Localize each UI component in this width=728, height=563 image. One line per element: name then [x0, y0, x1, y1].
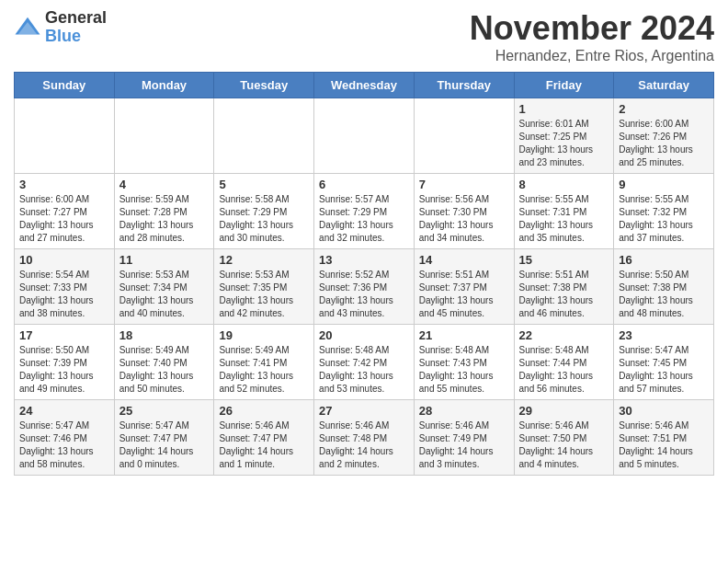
month-title: November 2024: [470, 9, 714, 48]
calendar-cell: 29Sunrise: 5:46 AMSunset: 7:50 PMDayligh…: [514, 400, 614, 476]
calendar-cell: [15, 98, 115, 174]
calendar-week-3: 10Sunrise: 5:54 AMSunset: 7:33 PMDayligh…: [15, 249, 714, 325]
calendar-cell: 9Sunrise: 5:55 AMSunset: 7:32 PMDaylight…: [614, 174, 714, 249]
day-number: 14: [419, 253, 509, 267]
day-number: 18: [119, 328, 210, 342]
day-info: Sunrise: 5:50 AMSunset: 7:38 PMDaylight:…: [619, 269, 709, 320]
calendar-cell: 17Sunrise: 5:50 AMSunset: 7:39 PMDayligh…: [15, 325, 115, 400]
day-info: Sunrise: 5:49 AMSunset: 7:41 PMDaylight:…: [219, 344, 309, 396]
day-number: 5: [219, 178, 309, 191]
calendar-cell: [214, 98, 314, 174]
logo-general: General: [45, 9, 107, 28]
calendar-cell: 26Sunrise: 5:46 AMSunset: 7:47 PMDayligh…: [214, 400, 314, 476]
day-number: 24: [19, 404, 109, 418]
weekday-header-tuesday: Tuesday: [214, 73, 314, 98]
day-info: Sunrise: 5:55 AMSunset: 7:32 PMDaylight:…: [619, 193, 709, 245]
calendar-cell: 27Sunrise: 5:46 AMSunset: 7:48 PMDayligh…: [314, 400, 415, 476]
day-info: Sunrise: 5:48 AMSunset: 7:42 PMDaylight:…: [319, 344, 409, 396]
day-number: 15: [519, 253, 609, 267]
day-number: 11: [119, 253, 210, 267]
day-info: Sunrise: 5:53 AMSunset: 7:34 PMDaylight:…: [119, 269, 210, 320]
day-info: Sunrise: 5:46 AMSunset: 7:49 PMDaylight:…: [419, 419, 509, 471]
day-info: Sunrise: 5:51 AMSunset: 7:37 PMDaylight:…: [419, 269, 509, 320]
calendar-week-2: 3Sunrise: 6:00 AMSunset: 7:27 PMDaylight…: [15, 174, 714, 249]
calendar-cell: 3Sunrise: 6:00 AMSunset: 7:27 PMDaylight…: [15, 174, 115, 249]
day-info: Sunrise: 5:59 AMSunset: 7:28 PMDaylight:…: [119, 193, 210, 245]
calendar-cell: 10Sunrise: 5:54 AMSunset: 7:33 PMDayligh…: [15, 249, 115, 325]
calendar-cell: 24Sunrise: 5:47 AMSunset: 7:46 PMDayligh…: [15, 400, 115, 476]
day-info: Sunrise: 5:57 AMSunset: 7:29 PMDaylight:…: [319, 193, 409, 245]
day-number: 16: [619, 253, 709, 267]
calendar-cell: 20Sunrise: 5:48 AMSunset: 7:42 PMDayligh…: [314, 325, 415, 400]
day-number: 2: [619, 102, 709, 116]
calendar-cell: 8Sunrise: 5:55 AMSunset: 7:31 PMDaylight…: [514, 174, 614, 249]
calendar-week-1: 1Sunrise: 6:01 AMSunset: 7:25 PMDaylight…: [15, 98, 714, 174]
calendar-cell: 23Sunrise: 5:47 AMSunset: 7:45 PMDayligh…: [614, 325, 714, 400]
day-info: Sunrise: 5:47 AMSunset: 7:47 PMDaylight:…: [119, 419, 210, 471]
day-info: Sunrise: 5:47 AMSunset: 7:45 PMDaylight:…: [619, 344, 709, 396]
day-number: 21: [419, 328, 509, 342]
day-number: 17: [19, 328, 109, 342]
day-info: Sunrise: 5:50 AMSunset: 7:39 PMDaylight:…: [19, 344, 109, 396]
calendar-table: SundayMondayTuesdayWednesdayThursdayFrid…: [14, 72, 714, 476]
weekday-header-monday: Monday: [114, 73, 214, 98]
calendar-cell: 16Sunrise: 5:50 AMSunset: 7:38 PMDayligh…: [614, 249, 714, 325]
weekday-header-row: SundayMondayTuesdayWednesdayThursdayFrid…: [15, 73, 714, 98]
day-info: Sunrise: 6:00 AMSunset: 7:26 PMDaylight:…: [619, 118, 709, 169]
day-info: Sunrise: 5:46 AMSunset: 7:51 PMDaylight:…: [619, 419, 709, 471]
day-number: 30: [619, 404, 709, 418]
day-number: 19: [219, 328, 309, 342]
calendar-cell: 5Sunrise: 5:58 AMSunset: 7:29 PMDaylight…: [214, 174, 314, 249]
day-number: 20: [319, 328, 409, 342]
day-number: 29: [519, 404, 609, 418]
day-number: 7: [419, 178, 509, 191]
calendar-cell: 11Sunrise: 5:53 AMSunset: 7:34 PMDayligh…: [114, 249, 214, 325]
calendar-cell: 22Sunrise: 5:48 AMSunset: 7:44 PMDayligh…: [514, 325, 614, 400]
weekday-header-friday: Friday: [514, 73, 614, 98]
calendar-cell: 12Sunrise: 5:53 AMSunset: 7:35 PMDayligh…: [214, 249, 314, 325]
day-number: 26: [219, 404, 309, 418]
logo: General Blue: [14, 9, 107, 46]
day-info: Sunrise: 5:51 AMSunset: 7:38 PMDaylight:…: [519, 269, 609, 320]
weekday-header-thursday: Thursday: [414, 73, 514, 98]
calendar-week-5: 24Sunrise: 5:47 AMSunset: 7:46 PMDayligh…: [15, 400, 714, 476]
weekday-header-sunday: Sunday: [15, 73, 115, 98]
title-block: November 2024 Hernandez, Entre Rios, Arg…: [470, 9, 714, 64]
location-title: Hernandez, Entre Rios, Argentina: [470, 48, 714, 64]
day-info: Sunrise: 5:52 AMSunset: 7:36 PMDaylight:…: [319, 269, 409, 320]
calendar-cell: 25Sunrise: 5:47 AMSunset: 7:47 PMDayligh…: [114, 400, 214, 476]
day-number: 22: [519, 328, 609, 342]
calendar-cell: 1Sunrise: 6:01 AMSunset: 7:25 PMDaylight…: [514, 98, 614, 174]
day-info: Sunrise: 5:46 AMSunset: 7:47 PMDaylight:…: [219, 419, 309, 471]
calendar-cell: [314, 98, 415, 174]
logo-icon: [14, 14, 41, 41]
day-info: Sunrise: 5:58 AMSunset: 7:29 PMDaylight:…: [219, 193, 309, 245]
day-number: 6: [319, 178, 409, 191]
calendar-cell: 7Sunrise: 5:56 AMSunset: 7:30 PMDaylight…: [414, 174, 514, 249]
calendar-cell: [414, 98, 514, 174]
day-info: Sunrise: 5:54 AMSunset: 7:33 PMDaylight:…: [19, 269, 109, 320]
day-number: 9: [619, 178, 709, 191]
day-info: Sunrise: 5:46 AMSunset: 7:48 PMDaylight:…: [319, 419, 409, 471]
day-info: Sunrise: 6:01 AMSunset: 7:25 PMDaylight:…: [519, 118, 609, 169]
day-number: 8: [519, 178, 609, 191]
logo-blue: Blue: [45, 28, 107, 46]
calendar-body: 1Sunrise: 6:01 AMSunset: 7:25 PMDaylight…: [15, 98, 714, 476]
logo-text: General Blue: [45, 9, 107, 46]
calendar-week-4: 17Sunrise: 5:50 AMSunset: 7:39 PMDayligh…: [15, 325, 714, 400]
calendar-cell: 18Sunrise: 5:49 AMSunset: 7:40 PMDayligh…: [114, 325, 214, 400]
day-number: 25: [119, 404, 210, 418]
day-info: Sunrise: 5:48 AMSunset: 7:43 PMDaylight:…: [419, 344, 509, 396]
day-info: Sunrise: 6:00 AMSunset: 7:27 PMDaylight:…: [19, 193, 109, 245]
day-number: 4: [119, 178, 210, 191]
day-info: Sunrise: 5:49 AMSunset: 7:40 PMDaylight:…: [119, 344, 210, 396]
day-number: 12: [219, 253, 309, 267]
day-number: 28: [419, 404, 509, 418]
calendar-cell: 19Sunrise: 5:49 AMSunset: 7:41 PMDayligh…: [214, 325, 314, 400]
day-number: 23: [619, 328, 709, 342]
calendar-cell: [114, 98, 214, 174]
day-number: 1: [519, 102, 609, 116]
day-number: 3: [19, 178, 109, 191]
day-number: 13: [319, 253, 409, 267]
page-header: General Blue November 2024 Hernandez, En…: [14, 9, 714, 64]
